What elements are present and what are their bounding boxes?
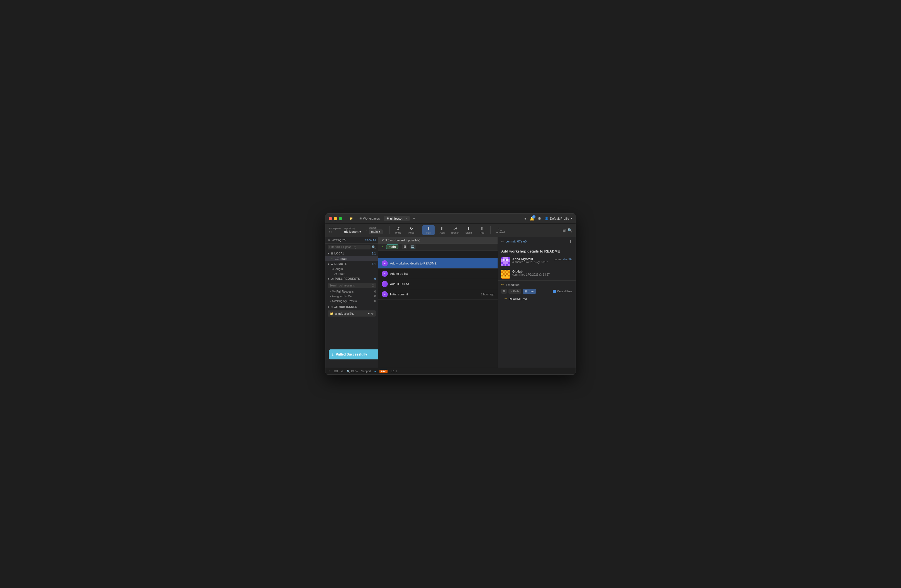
tab-git-lesson[interactable]: ⊞ git-lesson × (383, 216, 410, 221)
modified-pencil-icon: ✏ (501, 283, 504, 287)
path-icon: ≡ (511, 290, 512, 293)
chevron-right-pr-icon: › (330, 290, 331, 293)
file-item-readme[interactable]: ✏ README.md (501, 296, 572, 302)
tab-workspaces[interactable]: ⊞ Workspaces (357, 216, 382, 221)
stash-button[interactable]: ⬇ Stash (463, 225, 475, 235)
support-link[interactable]: Support (361, 370, 371, 373)
origin-label: origin (335, 267, 343, 271)
status-zoom[interactable]: 🔍 130% (346, 370, 358, 373)
add-tab-button[interactable]: + (411, 216, 417, 221)
right-panel: ✏ commit: 07efe0 ⬇ Add workshop details … (497, 237, 575, 368)
separator-1: › (366, 228, 366, 232)
remote-origin[interactable]: 🖥 origin (326, 266, 378, 271)
settings-gear-icon[interactable]: ⚙ (538, 216, 541, 221)
local-label: LOCAL (334, 252, 344, 255)
commit-hash: 07efe0 (518, 240, 527, 243)
search-icon[interactable]: 🔍 (567, 228, 572, 232)
split-view-icon[interactable]: ⊞ (563, 228, 566, 232)
pro-badge: PRO (379, 370, 388, 373)
issues-repo-dropdown[interactable]: 📁 annakrystalli/g... ▾ ⊘ (327, 310, 376, 317)
view-all-checkbox[interactable]: View all files (553, 290, 572, 293)
redo-button[interactable]: ↻ Redo (405, 225, 418, 235)
chevron-down-icon[interactable]: ▾ (524, 216, 526, 221)
repo-name[interactable]: git-lesson ▾ (344, 230, 361, 233)
commit-row-0[interactable]: ✦ Add workshop details to README (378, 258, 497, 269)
workspace-add-button[interactable]: + › (329, 230, 332, 233)
minimize-button[interactable] (334, 217, 337, 220)
commit-avatar-2: ✦ (382, 281, 388, 287)
branch-label-btn: Branch (451, 231, 460, 234)
github-issues-label: GITHUB ISSUES (334, 305, 357, 308)
remote-section-header[interactable]: ▾ ☁ REMOTE 1/1 (326, 261, 378, 266)
edit-commit-icon[interactable]: ✏ (501, 240, 504, 244)
tree-view-button[interactable]: ⊞ Tree (523, 289, 536, 294)
remote-origin-main[interactable]: ⎇ main (326, 271, 378, 276)
pr-assigned-to-me[interactable]: › Assigned To Me 0 (326, 294, 378, 299)
filter-bar: 🔍 (326, 244, 378, 250)
branch-button[interactable]: ⎇ Branch (449, 225, 461, 235)
zoom-level: 130% (351, 370, 358, 373)
pull-label: Pull (426, 231, 430, 234)
committer-info: GitHub committed 17/2/2023 @ 13:57 (512, 270, 572, 276)
filter-input[interactable] (327, 245, 371, 249)
branch-selector[interactable]: main ▾ (369, 229, 383, 234)
pr-search-input[interactable] (329, 284, 371, 287)
pr-my-pull-requests[interactable]: › My Pull Requests 0 (326, 289, 378, 294)
push-button[interactable]: ⬆ Push (436, 225, 448, 235)
terminal-button[interactable]: ›_ Terminal (493, 226, 507, 235)
sidebar-item-main-local[interactable]: ✓ ⎇ main (326, 256, 378, 261)
commit-avatar-3: ✦ (382, 291, 388, 297)
toast-notification: ℹ Pulled Successfully × (329, 349, 378, 359)
tab-folder[interactable]: 📁 (346, 216, 355, 221)
show-all-button[interactable]: Show All (365, 239, 376, 242)
branch-icon: ⎇ (453, 226, 457, 231)
local-section-header[interactable]: ▾ 🖥 LOCAL 1/1 (326, 250, 378, 256)
status-keyboard-icon[interactable]: ⌨ (334, 370, 338, 373)
version-label: 9.1.1 (391, 370, 397, 373)
sort-button[interactable]: ⇅ (501, 289, 507, 294)
pr-awaiting-review[interactable]: › Awaiting My Review 0 (326, 299, 378, 303)
profile-label: Default Profile (550, 217, 569, 220)
tab-close-icon[interactable]: × (405, 217, 407, 220)
commit-avatar-icon-1: ✦ (384, 272, 386, 275)
pr-assigned-left: › Assigned To Me (330, 295, 352, 298)
issues-filter-icon[interactable]: ⊘ (371, 312, 374, 316)
folder-icon: 📁 (349, 217, 353, 220)
undo-button[interactable]: ↺ Undo (392, 225, 404, 235)
status-gift-icon[interactable]: ⊕ (341, 370, 343, 373)
close-button[interactable] (329, 217, 332, 220)
github-issues-header[interactable]: ▾ ⊙ GITHUB ISSUES (326, 304, 378, 309)
repo-dropdown-icon: ▾ (359, 230, 361, 233)
viewing-text: Viewing (332, 239, 341, 242)
modified-count: 1 modified (505, 283, 520, 286)
modified-section: ✏ 1 modified ⇅ ≡ Path ⊞ Tree (498, 281, 575, 304)
toolbar-separator-3 (490, 226, 491, 234)
profile-button[interactable]: 👤 Default Profile ▾ (545, 216, 572, 220)
local-count: 1/1 (372, 252, 376, 255)
pr-count-badge: 0 (374, 277, 376, 280)
pr-filter-icon[interactable]: ⊘ (372, 284, 374, 287)
commit-row-1[interactable]: ✦ Add to do list (378, 269, 497, 279)
laptop-small-icon: 💻 (410, 244, 416, 249)
main-window: 📁 ⊞ Workspaces ⊞ git-lesson × + ▾ 🔔 1 ⚙ … (325, 213, 576, 375)
pr-section: ⊘ › My Pull Requests 0 › Assigned To Me … (326, 281, 378, 304)
pop-button[interactable]: ⬆ Pop (476, 225, 488, 235)
issues-repo-name: annakrystalli/g... (335, 312, 355, 315)
pull-icon: ⬇ (427, 226, 430, 231)
workspaces-icon: ⊞ (359, 217, 362, 220)
commit-row-3[interactable]: ✦ Initial commit 1 hour ago (378, 289, 497, 300)
title-bar: 📁 ⊞ Workspaces ⊞ git-lesson × + ▾ 🔔 1 ⚙ … (326, 213, 575, 224)
status-list-icon[interactable]: ≡ (329, 370, 330, 373)
commit-row-2[interactable]: ✦ Add TODO.txt (378, 279, 497, 289)
notification-bell-icon[interactable]: 🔔 1 (530, 216, 535, 221)
commit-list: ✦ Add workshop details to README ✦ Add t… (378, 250, 497, 368)
maximize-button[interactable] (339, 217, 342, 220)
pull-requests-section-header[interactable]: ▾ ⎇ PULL REQUESTS 0 (326, 276, 378, 281)
pull-button[interactable]: ⬇ Pull (422, 225, 435, 235)
path-view-button[interactable]: ≡ Path (508, 289, 521, 294)
filter-search-icon[interactable]: 🔍 (372, 245, 376, 249)
committer-avatar (501, 270, 510, 279)
pr-awaiting-count: 0 (374, 300, 376, 303)
center-area: BRANCH / TAG ⚙ ✓ main 🖥 💻 Pull (fast-for… (378, 237, 497, 368)
download-commit-icon[interactable]: ⬇ (569, 239, 572, 244)
